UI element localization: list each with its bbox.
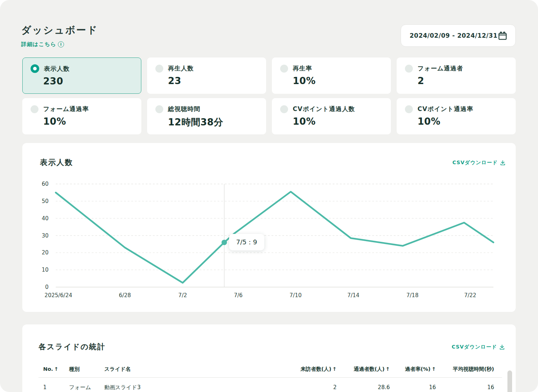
metric-card-value: 10% [418, 116, 508, 127]
x-axis-tick-label: 7/6 [234, 292, 242, 299]
radio-icon[interactable] [280, 105, 288, 113]
table-cell: 1 [43, 384, 69, 391]
column-header: スライド名 [104, 366, 279, 373]
x-axis-tick-label: 7/2 [178, 292, 187, 299]
table-header-divider [38, 377, 502, 378]
table-title: 各スライドの統計 [38, 342, 105, 352]
column-header-label: No. [43, 366, 53, 372]
details-link-label: 詳細はこちら [21, 41, 56, 48]
column-header[interactable]: 通過者数(人)↑ [337, 366, 390, 373]
column-header: 種別 [69, 366, 104, 373]
column-header-label: 過者率(%) [405, 366, 430, 372]
metric-card-label: フォーム通過者 [418, 64, 463, 73]
slide-stats-panel: 各スライドの統計 CSVダウンロード No.↑種別スライド名来訪者数(人)↑通過… [22, 324, 516, 392]
chart-line-series [56, 192, 493, 283]
page-title: ダッシュボード [21, 24, 98, 37]
column-header[interactable]: 来訪者数(人)↑ [279, 366, 337, 373]
y-axis-tick-label: 10 [32, 266, 49, 273]
column-header: 平均視聴時間(秒) [436, 366, 494, 373]
metric-card-label: CVポイント通過率 [418, 105, 473, 113]
metric-card-grid: 表示人数230再生人数23再生率10%フォーム通過者2フォーム通過率10%総視聴… [22, 57, 516, 134]
column-header-label: スライド名 [104, 366, 131, 372]
column-header-label: 来訪者数(人) [301, 366, 332, 372]
date-range-picker[interactable]: 2024/02/09 - 2024/12/31 [401, 24, 516, 47]
radio-icon[interactable] [155, 65, 163, 73]
metric-card-value: 10% [293, 75, 383, 86]
metric-card-label: 再生人数 [168, 64, 194, 73]
metric-card-value: 10% [293, 116, 383, 127]
table-cell: 動画スライド3 [104, 384, 279, 391]
x-axis-tick-label: 2025/6/24 [45, 292, 72, 299]
download-icon [499, 344, 505, 350]
table-cell: 28.6 [337, 384, 390, 391]
column-header-label: 通過者数(人) [354, 366, 385, 372]
table-row[interactable]: 1フォーム動画スライド3228.61616 [22, 379, 516, 392]
metric-card-2[interactable]: 再生人数23 [147, 57, 266, 94]
x-axis-tick-label: 7/22 [464, 292, 477, 299]
table-cell: 2 [279, 384, 337, 391]
radio-icon[interactable] [405, 65, 413, 73]
metric-card-4[interactable]: フォーム通過者2 [397, 57, 516, 94]
metric-card-value: 23 [168, 75, 259, 86]
metric-card-label: CVポイント通過人数 [293, 105, 355, 113]
x-axis-tick-label: 7/14 [347, 292, 360, 299]
details-link[interactable]: 詳細はこちら i [21, 41, 64, 48]
x-axis-tick-label: 7/18 [406, 292, 419, 299]
x-axis-tick-label: 7/10 [289, 292, 302, 299]
column-header-label: 種別 [69, 366, 79, 372]
sort-ascending-icon[interactable]: ↑ [332, 366, 337, 372]
metric-card-6[interactable]: 総視聴時間12時間38分 [147, 98, 266, 134]
table-header-row: No.↑種別スライド名来訪者数(人)↑通過者数(人)↑過者率(%)↑平均視聴時間… [22, 362, 516, 376]
column-header[interactable]: 過者率(%)↑ [390, 366, 436, 373]
table-scrollbar[interactable] [507, 370, 512, 392]
metric-card-value: 230 [43, 76, 134, 87]
metric-card-label: 再生率 [293, 64, 312, 73]
y-axis-tick-label: 60 [32, 180, 49, 188]
chart-tooltip: 7/5：9 [229, 234, 264, 250]
table-cell: 16 [436, 384, 494, 391]
metric-card-5[interactable]: フォーム通過率10% [22, 98, 141, 134]
radio-icon[interactable] [405, 105, 413, 113]
table-cell: フォーム [69, 384, 104, 391]
y-axis-tick-label: 40 [32, 215, 49, 222]
column-header-label: 平均視聴時間(秒) [453, 366, 494, 372]
date-range-value: 2024/02/09 - 2024/12/31 [410, 32, 498, 39]
info-icon: i [58, 41, 64, 47]
table-cell: 16 [390, 384, 436, 391]
x-axis-tick-label: 6/28 [119, 292, 131, 299]
dashboard-page: ダッシュボード 詳細はこちら i 2024/02/09 - 2024/12/31… [0, 0, 538, 392]
radio-icon[interactable] [31, 105, 38, 113]
metric-card-label: 表示人数 [44, 65, 70, 73]
metric-card-3[interactable]: 再生率10% [272, 57, 391, 94]
column-header[interactable]: No.↑ [43, 366, 69, 372]
chart-panel: 表示人数 CSVダウンロード 01020304050602025/6/246/2… [22, 143, 516, 312]
sort-ascending-icon[interactable]: ↑ [432, 366, 436, 372]
y-axis-tick-label: 30 [32, 232, 49, 239]
metric-card-value: 12時間38分 [168, 116, 259, 129]
radio-icon[interactable] [280, 65, 288, 73]
table-csv-download-button[interactable]: CSVダウンロード [452, 344, 505, 350]
metric-card-label: フォーム通過率 [43, 105, 89, 113]
radio-selected-icon[interactable] [31, 64, 39, 73]
radio-icon[interactable] [155, 105, 163, 113]
sort-ascending-icon[interactable]: ↑ [386, 366, 390, 372]
calendar-icon [498, 31, 507, 41]
chart-plot-svg [56, 184, 493, 287]
metric-card-label: 総視聴時間 [168, 105, 200, 113]
y-axis-tick-label: 20 [32, 249, 49, 256]
metric-card-1[interactable]: 表示人数230 [22, 57, 141, 94]
table-csv-download-label: CSVダウンロード [452, 344, 497, 350]
metric-card-value: 2 [418, 75, 508, 86]
y-axis-tick-label: 50 [32, 198, 49, 205]
metric-card-7[interactable]: CVポイント通過人数10% [272, 98, 391, 134]
y-axis-tick-label: 0 [32, 283, 49, 291]
line-chart[interactable]: 01020304050602025/6/246/287/27/67/107/14… [22, 143, 516, 312]
hover-point-marker [222, 240, 227, 245]
metric-card-value: 10% [43, 116, 134, 127]
metric-card-8[interactable]: CVポイント通過率10% [397, 98, 516, 134]
sort-ascending-icon[interactable]: ↑ [54, 366, 59, 372]
